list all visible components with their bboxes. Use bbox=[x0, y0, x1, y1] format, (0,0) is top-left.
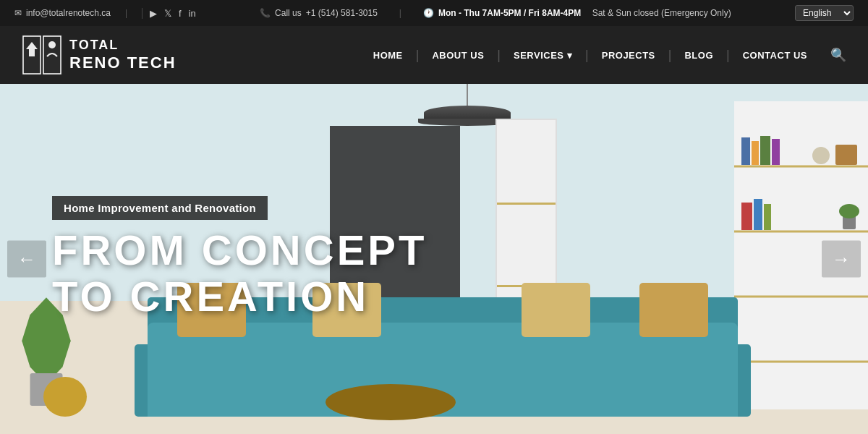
svg-point-17 bbox=[812, 147, 830, 164]
logo-text: TOTAL RENO TECH bbox=[69, 38, 176, 72]
nav-home-link[interactable]: HOME bbox=[360, 26, 416, 84]
nav-links: HOME | ABOUT US | SERVICES ▾ | PROJECTS … bbox=[360, 26, 846, 84]
hero-subtitle: Home Improvement and Renovation bbox=[52, 196, 268, 220]
svg-rect-16 bbox=[764, 204, 771, 230]
logo-line2: RENO TECH bbox=[69, 54, 176, 72]
social-links: ▶ 𝕏 f in bbox=[142, 8, 196, 19]
nav-search[interactable]: 🔍 bbox=[820, 47, 846, 63]
nav-about-link[interactable]: ABOUT US bbox=[419, 26, 497, 84]
top-bar: ✉ info@totalrenotech.ca | ▶ 𝕏 f in 📞 Cal… bbox=[0, 0, 868, 26]
phone-call-label: Call us bbox=[275, 8, 302, 18]
email-link[interactable]: ✉ info@totalrenotech.ca bbox=[14, 8, 111, 18]
logo-line1: TOTAL bbox=[69, 38, 176, 54]
svg-rect-15 bbox=[754, 199, 762, 230]
svg-rect-11 bbox=[752, 141, 759, 165]
hero-title-line1: FROM CONCEPT bbox=[52, 227, 427, 273]
lamp-shade bbox=[424, 106, 511, 120]
nav-item-projects[interactable]: PROJECTS bbox=[589, 26, 668, 84]
svg-rect-12 bbox=[760, 136, 770, 165]
logo-icon bbox=[22, 35, 62, 75]
clock-icon: 🕐 bbox=[423, 8, 434, 18]
svg-rect-14 bbox=[741, 203, 752, 230]
prev-arrow[interactable]: ← bbox=[7, 241, 46, 278]
hours-info: 🕐 Mon - Thu 7AM-5PM / Fri 8AM-4PM Sat & … bbox=[423, 8, 731, 18]
twitter-link[interactable]: 𝕏 bbox=[164, 8, 171, 19]
phone-number: +1 (514) 581-3015 bbox=[306, 8, 378, 18]
svg-rect-18 bbox=[835, 145, 857, 165]
nav-item-services[interactable]: SERVICES ▾ bbox=[501, 26, 585, 84]
instagram-link[interactable]: ▶ bbox=[150, 8, 157, 19]
hero-section: Home Improvement and Renovation FROM CON… bbox=[0, 84, 868, 434]
language-selector[interactable]: English Français bbox=[795, 5, 854, 21]
phone-icon: 📞 bbox=[260, 8, 271, 18]
coffee-table bbox=[326, 384, 456, 420]
stool bbox=[43, 377, 87, 417]
next-arrow[interactable]: → bbox=[822, 241, 861, 278]
dropdown-arrow-icon: ▾ bbox=[567, 50, 573, 61]
top-bar-right: English Français bbox=[795, 5, 854, 21]
nav-item-home[interactable]: HOME bbox=[360, 26, 416, 84]
cushion-3 bbox=[522, 283, 590, 337]
nav-item-about[interactable]: ABOUT US bbox=[419, 26, 497, 84]
nav-projects-link[interactable]: PROJECTS bbox=[589, 26, 668, 84]
hero-title: FROM CONCEPT TO CREATION bbox=[52, 227, 427, 320]
nav-item-contact[interactable]: CONTACT US bbox=[730, 26, 820, 84]
phone-info: 📞 Call us +1 (514) 581-3015 bbox=[260, 8, 378, 18]
facebook-link[interactable]: f bbox=[179, 8, 182, 19]
hours-text: Mon - Thu 7AM-5PM / Fri 8AM-4PM bbox=[438, 8, 581, 18]
nav-contact-link[interactable]: CONTACT US bbox=[730, 26, 820, 84]
email-address: info@totalrenotech.ca bbox=[26, 8, 111, 18]
svg-rect-4 bbox=[29, 49, 35, 56]
navbar: TOTAL RENO TECH HOME | ABOUT US | SERVIC… bbox=[0, 26, 868, 84]
separator2: | bbox=[399, 8, 401, 18]
hero-title-line2: TO CREATION bbox=[52, 273, 427, 320]
svg-point-20 bbox=[839, 204, 859, 218]
cushion-4 bbox=[639, 283, 708, 337]
hours-suffix: Sat & Sun closed (Emergency Only) bbox=[592, 8, 731, 18]
svg-point-5 bbox=[48, 41, 56, 48]
nav-blog-link[interactable]: BLOG bbox=[671, 26, 726, 84]
linkedin-link[interactable]: in bbox=[189, 8, 196, 19]
svg-rect-10 bbox=[741, 137, 750, 165]
top-bar-left: ✉ info@totalrenotech.ca | ▶ 𝕏 f in bbox=[14, 8, 196, 19]
hero-text: Home Improvement and Renovation FROM CON… bbox=[52, 196, 427, 320]
nav-services-link[interactable]: SERVICES ▾ bbox=[501, 26, 585, 84]
logo-area[interactable]: TOTAL RENO TECH bbox=[22, 35, 176, 75]
email-icon: ✉ bbox=[14, 8, 22, 18]
top-bar-center: 📞 Call us +1 (514) 581-3015 | 🕐 Mon - Th… bbox=[260, 8, 731, 18]
svg-rect-13 bbox=[772, 139, 780, 165]
search-icon[interactable]: 🔍 bbox=[820, 48, 846, 62]
nav-item-blog[interactable]: BLOG bbox=[671, 26, 726, 84]
separator: | bbox=[125, 8, 127, 18]
